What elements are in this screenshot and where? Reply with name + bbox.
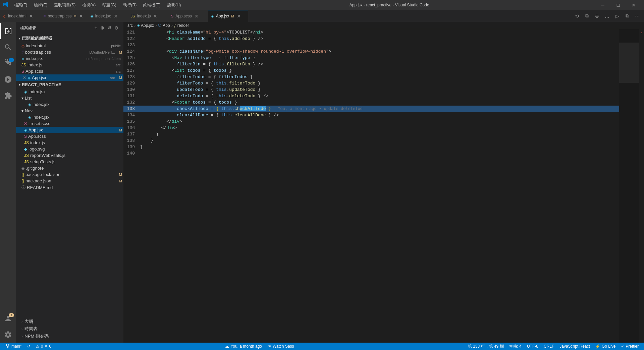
new-folder-icon[interactable]: ⊕ bbox=[100, 24, 105, 31]
menu-item[interactable]: 檔案(F) bbox=[11, 2, 30, 9]
menu-item[interactable]: 移至(G) bbox=[100, 2, 119, 9]
file-package-lock[interactable]: {} package-lock.json M bbox=[16, 171, 123, 178]
tab-app-jsx[interactable]: ◈ App.jsx M ✕ bbox=[208, 10, 248, 22]
status-bar: main* ↺ ⚠ 0 ✕ 0 ☁ You, a month ago 👁 Wat… bbox=[0, 343, 644, 350]
tab-bootstrap-css[interactable]: # bootstrap.css M ✕ bbox=[40, 10, 87, 22]
jsx-file-icon: ◈ bbox=[21, 56, 24, 61]
open-editor-app-jsx[interactable]: ✕ ◈ App.jsx src M bbox=[16, 74, 123, 81]
history-button[interactable]: ⟲ bbox=[572, 11, 582, 21]
activity-source-control[interactable]: 6 bbox=[0, 55, 16, 71]
jsx-file-icon: ◈ bbox=[28, 75, 31, 80]
file-report-web-vitals[interactable]: JS reportWebVitals.js bbox=[16, 152, 123, 159]
status-watch-sass[interactable]: 👁 Watch Sass bbox=[265, 343, 297, 350]
code-editor[interactable]: 121 <h1 className="h1 py-4">TODOLIST</h1… bbox=[123, 29, 619, 343]
activity-extensions[interactable] bbox=[0, 88, 16, 104]
minimap-slider[interactable] bbox=[619, 43, 639, 83]
file-index-jsx[interactable]: ◈ index.jsx bbox=[16, 89, 123, 95]
menu-item[interactable]: 終端機(T) bbox=[141, 2, 163, 9]
chevron-right-icon: › bbox=[21, 320, 22, 324]
run-button[interactable]: ▷ bbox=[612, 11, 622, 21]
activity-run[interactable] bbox=[0, 71, 16, 88]
status-sync[interactable]: ↺ bbox=[24, 343, 33, 350]
folder-nav[interactable]: ▾ Nav bbox=[16, 108, 123, 114]
activity-explorer[interactable] bbox=[0, 23, 16, 39]
more-actions[interactable]: … bbox=[602, 11, 612, 21]
status-live-server[interactable]: ⚡ Go Live bbox=[593, 343, 618, 350]
breadcrumb-toggle[interactable]: ⊕ bbox=[592, 11, 602, 21]
file-app-scss[interactable]: S App.scss bbox=[16, 133, 123, 139]
code-line-128: 128 filterTodos = { filterTodos } bbox=[123, 74, 619, 80]
jsx-icon: ◈ bbox=[28, 115, 31, 120]
tab-close-icon[interactable]: ✕ bbox=[78, 13, 84, 19]
tab-index-jsx[interactable]: ◈ index.jsx ✕ bbox=[87, 10, 127, 22]
jsx-icon: ◈ bbox=[24, 90, 27, 94]
status-git-blame[interactable]: ☁ You, a month ago bbox=[222, 343, 265, 350]
tab-close-icon[interactable]: ✕ bbox=[153, 13, 158, 19]
status-branch[interactable]: main* bbox=[3, 343, 24, 350]
open-editor-index-jsx[interactable]: ◈ index.jsx src\components\Item bbox=[16, 55, 123, 62]
split-right[interactable]: ⧉ bbox=[623, 11, 632, 21]
file-nav-index-jsx[interactable]: ◈ index.jsx bbox=[16, 114, 123, 120]
error-icon: ⚠ bbox=[36, 344, 40, 349]
menu-item[interactable]: 說明(H) bbox=[165, 2, 184, 9]
open-editor-index-js[interactable]: JS index.js src bbox=[16, 62, 123, 68]
status-eol[interactable]: CRLF bbox=[541, 343, 557, 350]
close-button[interactable]: ✕ bbox=[626, 0, 641, 10]
breadcrumb-src[interactable]: src bbox=[127, 23, 133, 28]
folder-list[interactable]: ▾ List bbox=[16, 95, 123, 101]
activity-settings[interactable] bbox=[0, 327, 16, 343]
activity-search[interactable] bbox=[0, 39, 16, 55]
tab-app-scss[interactable]: S App.scss ✕ bbox=[168, 10, 208, 22]
menu-item[interactable]: 執行(R) bbox=[120, 2, 140, 9]
new-file-icon[interactable]: + bbox=[94, 24, 98, 31]
file-package-json[interactable]: {} package.json M bbox=[16, 178, 123, 184]
status-language[interactable]: JavaScript React bbox=[557, 343, 593, 350]
status-errors[interactable]: ⚠ 0 ✕ 0 bbox=[33, 343, 54, 350]
refresh-icon[interactable]: ↺ bbox=[107, 24, 112, 31]
status-indent[interactable]: 空格: 4 bbox=[506, 343, 524, 350]
code-line-139: 139 } bbox=[123, 144, 619, 150]
breadcrumb-appjsx[interactable]: App.jsx bbox=[141, 23, 154, 28]
open-editor-index-html[interactable]: ◇ index.html public bbox=[16, 43, 123, 49]
menu-item[interactable]: 編輯(E) bbox=[31, 2, 50, 9]
open-editor-app-scss[interactable]: S App.scss src bbox=[16, 68, 123, 74]
close-tab-icon[interactable]: ✕ bbox=[21, 75, 28, 80]
status-prettier[interactable]: ✓ Prettier bbox=[618, 343, 641, 350]
tab-index-html[interactable]: ◇ index.html ✕ bbox=[0, 10, 40, 22]
split-editor-button[interactable]: ⧉ bbox=[582, 11, 592, 21]
tab-close-icon[interactable]: ✕ bbox=[194, 13, 199, 19]
overflow-button[interactable]: ⋯ bbox=[633, 11, 642, 21]
project-section[interactable]: ▾ REACT_PRACTIVE bbox=[16, 81, 123, 89]
status-position[interactable]: 第 133 行，第 49 欄 bbox=[465, 343, 506, 350]
file-reset-scss[interactable]: S _reset.scss bbox=[16, 120, 123, 127]
menu-item[interactable]: 選取項目(S) bbox=[51, 2, 78, 9]
tab-close-icon[interactable]: ✕ bbox=[236, 13, 241, 19]
file-setup-tests[interactable]: JS setupTests.js bbox=[16, 159, 123, 165]
status-encoding[interactable]: UTF-8 bbox=[524, 343, 541, 350]
file-list-index-jsx[interactable]: ◈ index.jsx bbox=[16, 101, 123, 108]
file-app-jsx[interactable]: ◈ App.jsx M bbox=[16, 127, 123, 133]
timeline-section[interactable]: › 時間表 bbox=[16, 325, 123, 333]
tab-index-js[interactable]: JS index.js ✕ bbox=[127, 10, 168, 22]
file-logo-svg[interactable]: ◆ logo.svg bbox=[16, 146, 123, 152]
breadcrumb-render[interactable]: render bbox=[177, 23, 189, 28]
tab-close-icon[interactable]: ✕ bbox=[29, 13, 34, 19]
file-index-js[interactable]: JS index.js bbox=[16, 139, 123, 146]
eol-text: CRLF bbox=[544, 344, 554, 349]
breadcrumb-app[interactable]: App bbox=[163, 23, 170, 28]
outline-section[interactable]: › 大綱 bbox=[16, 318, 123, 325]
open-editor-bootstrap-css[interactable]: # bootstrap.css D:\github\Perf... M bbox=[16, 49, 123, 55]
open-editors-section[interactable]: ▾ 已開啟的編輯器 bbox=[16, 34, 123, 43]
npm-section[interactable]: › NPM 指令碼 bbox=[16, 333, 123, 340]
html-file-icon: ◇ bbox=[21, 44, 24, 48]
collapse-icon[interactable]: ⊖ bbox=[114, 24, 119, 31]
minimize-button[interactable]: ─ bbox=[595, 0, 610, 10]
prettier-label: Prettier bbox=[626, 344, 639, 349]
tab-close-icon[interactable]: ✕ bbox=[113, 13, 118, 19]
maximize-button[interactable]: □ bbox=[610, 0, 626, 10]
file-readme[interactable]: ⓘ README.md bbox=[16, 184, 123, 191]
chevron-right-icon: › bbox=[21, 327, 22, 331]
menu-item[interactable]: 檢視(V) bbox=[79, 2, 98, 9]
file-gitignore[interactable]: ◆ .gitignore bbox=[16, 165, 123, 171]
activity-account[interactable]: 1 bbox=[0, 310, 16, 327]
